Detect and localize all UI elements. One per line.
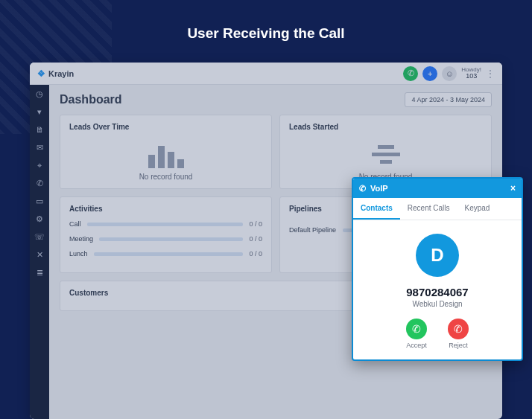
overlay-title: User Receiving the Call	[0, 25, 532, 42]
voip-tabs: Contacts Recent Calls Keypad	[353, 198, 522, 220]
topbar: ❖ Krayin ✆ + ☺ Howdy! 103 ⋮	[30, 63, 502, 85]
plus-icon: +	[428, 69, 432, 78]
accept-label: Accept	[406, 342, 427, 349]
sidebar-item-call-alt-icon[interactable]: ☏	[35, 232, 44, 241]
brand-name: Krayin	[48, 69, 74, 78]
sidebar-item-location-icon[interactable]: ⌖	[35, 161, 44, 170]
close-button[interactable]: ×	[510, 183, 516, 193]
sidebar-item-tools-icon[interactable]: ✕	[35, 250, 44, 259]
caller-avatar: D	[416, 234, 459, 277]
activity-row: Lunch 0 / 0	[69, 250, 262, 258]
activity-row: Meeting 0 / 0	[69, 235, 262, 243]
card-activities: Activities Call 0 / 0 Meeting 0 / 0 Lunc…	[60, 196, 272, 273]
date-range-picker[interactable]: 4 Apr 2024 - 3 May 2024	[405, 92, 492, 107]
phone-accept-icon: ✆	[406, 319, 427, 339]
activity-value: 0 / 0	[249, 220, 262, 228]
phone-icon: ✆	[408, 68, 414, 78]
progress-bar	[87, 223, 244, 226]
call-actions: ✆ Accept ✆ Reject	[361, 319, 514, 349]
voip-title: VoIP	[370, 184, 388, 193]
topbar-howdy: Howdy! 103	[461, 67, 481, 80]
sidebar-item-mail-icon[interactable]: ✉	[35, 143, 44, 152]
activity-label: Meeting	[69, 235, 93, 243]
tab-contacts[interactable]: Contacts	[353, 198, 400, 220]
brand-logo-icon: ❖	[37, 68, 45, 79]
sidebar-item-document-icon[interactable]: 🗎	[35, 125, 44, 134]
phone-icon: ✆	[359, 184, 366, 193]
activity-row: Call 0 / 0	[69, 220, 262, 228]
sidebar: ◷ ▾ 🗎 ✉ ⌖ ✆ ▭ ⚙ ☏ ✕ ≣	[30, 85, 49, 419]
activity-value: 0 / 0	[249, 235, 262, 243]
placeholder-bar-chart-icon	[69, 140, 262, 168]
pipeline-label: Default Pipeline	[289, 226, 337, 234]
reject-call-button[interactable]: ✆ Reject	[448, 319, 469, 349]
caller-name: Webkul Design	[361, 300, 514, 308]
howdy-value: 103	[461, 73, 481, 80]
progress-bar	[94, 252, 244, 256]
activity-label: Call	[69, 220, 81, 228]
topbar-user-avatar[interactable]: ☺	[442, 66, 457, 81]
tab-recent-calls[interactable]: Recent Calls	[400, 198, 457, 220]
activity-label: Lunch	[69, 250, 88, 258]
sidebar-item-settings-icon[interactable]: ⚙	[35, 214, 44, 223]
topbar-menu-button[interactable]: ⋮	[486, 68, 495, 79]
card-title: Activities	[69, 205, 262, 213]
page-title: Dashboard	[60, 93, 122, 106]
activity-value: 0 / 0	[249, 250, 262, 258]
placeholder-lines-icon	[289, 140, 482, 168]
topbar-add-button[interactable]: +	[422, 66, 437, 81]
phone-reject-icon: ✆	[448, 319, 469, 339]
caller-number: 9870284067	[361, 286, 514, 298]
empty-state-text: No record found	[69, 173, 262, 181]
progress-bar	[99, 237, 243, 241]
tab-keypad[interactable]: Keypad	[457, 198, 498, 220]
voip-body: D 9870284067 Webkul Design ✆ Accept ✆ Re…	[353, 220, 522, 359]
sidebar-item-phone-icon[interactable]: ✆	[35, 179, 44, 188]
voip-popup: ✆ VoIP × Contacts Recent Calls Keypad D …	[352, 177, 523, 361]
user-icon: ☺	[446, 69, 454, 78]
sidebar-item-list-icon[interactable]: ≣	[35, 268, 44, 277]
brand-logo[interactable]: ❖ Krayin	[37, 68, 74, 79]
card-title: Leads Started	[289, 123, 482, 131]
reject-label: Reject	[449, 342, 468, 349]
sidebar-item-calendar-icon[interactable]: ▭	[35, 196, 44, 205]
card-leads-over-time: Leads Over Time No record found	[60, 115, 272, 189]
topbar-call-button[interactable]: ✆	[403, 66, 418, 81]
sidebar-item-funnel-icon[interactable]: ▾	[35, 107, 44, 116]
card-title: Leads Over Time	[69, 123, 262, 131]
voip-header: ✆ VoIP ×	[353, 179, 522, 198]
sidebar-item-speed-icon[interactable]: ◷	[35, 89, 44, 98]
accept-call-button[interactable]: ✆ Accept	[406, 319, 427, 349]
